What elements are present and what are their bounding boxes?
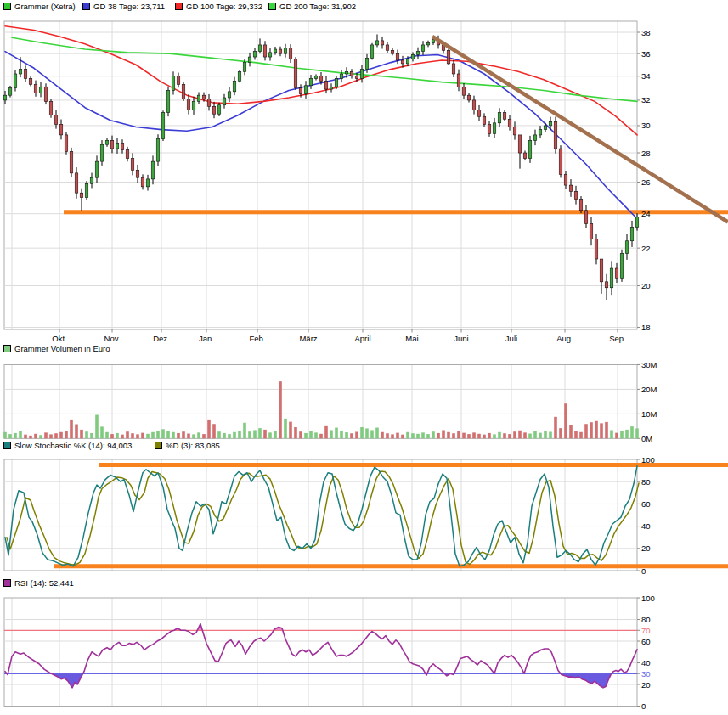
chart-canvas: 3836343230282624222018Okt.Nov.Dez.Jan.Fe…	[0, 0, 728, 715]
svg-text:80: 80	[641, 477, 651, 487]
svg-text:Mai: Mai	[405, 334, 418, 343]
svg-text:20: 20	[641, 543, 651, 553]
svg-text:0: 0	[641, 701, 646, 711]
svg-text:22: 22	[641, 244, 651, 253]
svg-text:0: 0	[641, 566, 646, 576]
svg-text:34: 34	[641, 71, 651, 81]
svg-text:Dez.: Dez.	[153, 334, 170, 343]
svg-text:30: 30	[641, 121, 651, 130]
svg-text:60: 60	[641, 499, 651, 509]
svg-text:100: 100	[641, 455, 655, 464]
svg-text:20: 20	[641, 680, 651, 690]
svg-text:26: 26	[641, 177, 651, 187]
svg-text:Juli: Juli	[505, 334, 517, 343]
svg-text:Aug.: Aug.	[556, 334, 573, 343]
svg-text:20M: 20M	[641, 385, 657, 394]
svg-text:38: 38	[641, 28, 651, 37]
svg-text:Jan.: Jan.	[199, 334, 214, 343]
svg-text:30: 30	[641, 669, 651, 678]
svg-text:Juni: Juni	[454, 334, 468, 343]
svg-text:0M: 0M	[641, 434, 652, 443]
svg-text:40: 40	[641, 521, 651, 531]
svg-text:36: 36	[641, 49, 651, 59]
svg-text:Sep.: Sep.	[609, 334, 626, 343]
svg-text:Okt.: Okt.	[52, 334, 66, 343]
svg-text:Feb.: Feb.	[249, 334, 265, 343]
svg-text:18: 18	[641, 323, 651, 332]
svg-text:20: 20	[641, 281, 651, 290]
svg-text:28: 28	[641, 149, 651, 158]
svg-text:80: 80	[641, 615, 651, 624]
svg-text:40: 40	[641, 658, 651, 667]
svg-text:24: 24	[641, 209, 651, 218]
svg-text:März: März	[299, 334, 317, 343]
svg-text:Nov.: Nov.	[104, 334, 121, 343]
svg-text:30M: 30M	[641, 360, 657, 369]
svg-text:60: 60	[641, 637, 651, 646]
chart-page: Grammer (Xetra) GD 38 Tage: 23,711 GD 10…	[0, 0, 728, 715]
svg-text:70: 70	[641, 626, 651, 635]
svg-text:10M: 10M	[641, 409, 657, 419]
svg-text:100: 100	[641, 594, 655, 603]
svg-text:32: 32	[641, 95, 651, 104]
svg-text:April: April	[354, 334, 370, 343]
